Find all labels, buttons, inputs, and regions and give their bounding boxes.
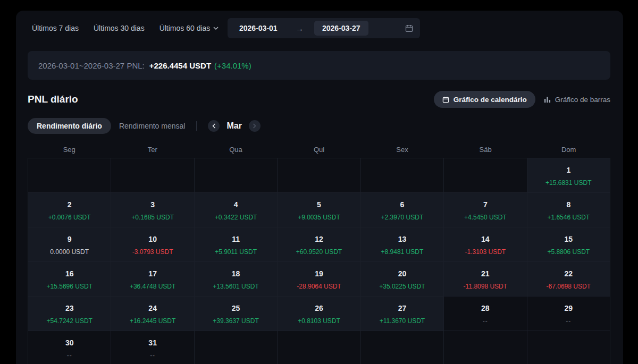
- filter-last-60-days-label: Últimos 60 dias: [160, 24, 211, 32]
- day-pnl-value: --: [444, 317, 526, 325]
- day-number: 31: [111, 338, 194, 347]
- calendar-day-cell[interactable]: 31--: [111, 331, 194, 364]
- day-number: 7: [444, 200, 526, 209]
- day-pnl-value: -3.0793 USDT: [111, 248, 194, 256]
- calendar-day-cell[interactable]: 6+2.3970 USDT: [361, 193, 444, 227]
- day-number: 30: [28, 338, 111, 347]
- calendar-empty-cell: [444, 158, 527, 193]
- calendar-day-cell[interactable]: 24+16.2445 USDT: [111, 297, 194, 331]
- summary-pnl-percent: (+34.01%): [214, 61, 251, 70]
- calendar-day-cell[interactable]: 3+0.1685 USDT: [111, 193, 194, 227]
- day-pnl-value: +13.5601 USDT: [195, 283, 277, 290]
- calendar-day-cell[interactable]: 1+15.6831 USDT: [527, 158, 610, 193]
- calendar-day-cell[interactable]: 22-67.0698 USDT: [527, 262, 610, 297]
- calendar-day-cell[interactable]: 10-3.0793 USDT: [111, 227, 194, 262]
- day-pnl-value: -1.3103 USDT: [444, 248, 526, 256]
- day-pnl-value: 0.0000 USDT: [28, 248, 111, 256]
- summary-range-label: 2026-03-01~2026-03-27 PNL:: [38, 61, 145, 70]
- calendar-day-cell[interactable]: 8+1.6546 USDT: [527, 193, 610, 227]
- chevron-down-icon: [213, 27, 219, 30]
- next-month-button[interactable]: [249, 120, 261, 132]
- filter-last-60-days[interactable]: Últimos 60 dias: [160, 24, 219, 32]
- calendar-day-cell[interactable]: 25+39.3637 USDT: [195, 297, 278, 331]
- day-pnl-value: -11.8098 USDT: [444, 283, 526, 290]
- day-pnl-value: +5.8806 USDT: [527, 248, 610, 256]
- section-header: PNL diário Gráfico de calendário Gráfico…: [28, 90, 610, 108]
- arrow-right-icon: →: [296, 24, 304, 33]
- filter-last-7-days[interactable]: Últimos 7 dias: [32, 24, 79, 32]
- date-filter-row: Últimos 7 dias Últimos 30 dias Últimos 6…: [32, 18, 219, 38]
- tabs-divider: [196, 121, 197, 131]
- date-start-value[interactable]: 2026-03-01: [239, 24, 290, 32]
- day-pnl-value: +9.0035 USDT: [278, 214, 360, 221]
- calendar-day-cell[interactable]: 21-11.8098 USDT: [444, 262, 527, 297]
- day-number: 28: [444, 304, 526, 312]
- weekday-label: Qui: [278, 142, 361, 157]
- day-number: 29: [527, 304, 610, 312]
- day-pnl-value: +15.5696 USDT: [28, 283, 111, 290]
- filter-last-30-days[interactable]: Últimos 30 dias: [94, 24, 145, 32]
- day-number: 2: [28, 200, 111, 209]
- calendar-day-cell[interactable]: 7+4.5450 USDT: [444, 193, 527, 227]
- day-number: 24: [111, 304, 194, 312]
- calendar-day-cell[interactable]: 29--: [527, 297, 610, 331]
- calendar-day-cell[interactable]: 23+54.7242 USDT: [28, 297, 111, 331]
- calendar-day-cell[interactable]: 26+0.8103 USDT: [278, 297, 360, 331]
- day-number: 23: [28, 304, 111, 312]
- day-pnl-value: +8.9481 USDT: [361, 248, 443, 256]
- calendar-empty-cell: [361, 158, 444, 193]
- day-pnl-value: --: [28, 352, 111, 359]
- calendar-day-cell[interactable]: 16+15.5696 USDT: [28, 262, 111, 297]
- day-number: 22: [527, 269, 610, 278]
- calendar-day-cell[interactable]: 4+0.3422 USDT: [195, 193, 278, 227]
- chevron-right-icon: [253, 123, 256, 129]
- calendar-day-cell[interactable]: 20+35.0225 USDT: [361, 262, 444, 297]
- calendar-empty-cell: [195, 331, 278, 364]
- day-number: 17: [111, 269, 194, 278]
- day-number: 4: [195, 200, 277, 209]
- bar-view-button[interactable]: Gráfico de barras: [544, 96, 610, 104]
- calendar-view-button[interactable]: Gráfico de calendário: [434, 91, 535, 108]
- calendar-empty-cell: [111, 158, 194, 193]
- day-number: 6: [361, 200, 443, 209]
- day-pnl-value: +5.9011 USDT: [195, 248, 277, 256]
- calendar-day-cell[interactable]: 28--: [444, 297, 527, 331]
- tab-monthly-return[interactable]: Rendimento mensal: [119, 122, 186, 130]
- calendar-day-cell[interactable]: 19-28.9064 USDT: [278, 262, 360, 297]
- calendar-day-cell[interactable]: 14-1.3103 USDT: [444, 227, 527, 262]
- calendar-empty-cell: [361, 331, 444, 364]
- calendar-day-cell[interactable]: 2+0.0076 USDT: [28, 193, 111, 227]
- calendar-icon: [442, 96, 449, 103]
- calendar-day-cell[interactable]: 13+8.9481 USDT: [361, 227, 444, 262]
- calendar-day-cell[interactable]: 15+5.8806 USDT: [527, 227, 610, 262]
- day-number: 10: [111, 235, 194, 243]
- calendar-day-cell[interactable]: 30--: [28, 331, 111, 364]
- day-pnl-value: +0.3422 USDT: [195, 214, 277, 221]
- day-number: 27: [361, 304, 443, 312]
- day-number: 12: [278, 235, 360, 243]
- calendar-empty-cell: [444, 331, 527, 364]
- tab-daily-return[interactable]: Rendimento diário: [28, 118, 111, 134]
- calendar-day-cell[interactable]: 12+60.9520 USDT: [278, 227, 360, 262]
- calendar-icon[interactable]: [405, 24, 413, 32]
- pnl-summary-bar: 2026-03-01~2026-03-27 PNL: +226.4454 USD…: [28, 51, 610, 80]
- day-number: 15: [527, 235, 610, 243]
- calendar-day-cell[interactable]: 27+11.3670 USDT: [361, 297, 444, 331]
- date-range-picker[interactable]: 2026-03-01 → 2026-03-27: [228, 18, 420, 38]
- tabs-row: Rendimento diário Rendimento mensal Mar: [28, 118, 261, 134]
- day-number: 14: [444, 235, 526, 243]
- day-number: 1: [527, 166, 610, 174]
- day-pnl-value: +35.0225 USDT: [361, 283, 443, 290]
- date-end-field[interactable]: 2026-03-27: [314, 21, 368, 36]
- calendar-day-cell[interactable]: 90.0000 USDT: [28, 227, 111, 262]
- calendar-day-cell[interactable]: 18+13.5601 USDT: [195, 262, 278, 297]
- calendar-day-cell[interactable]: 11+5.9011 USDT: [195, 227, 278, 262]
- day-number: 20: [361, 269, 443, 278]
- calendar-day-cell[interactable]: 5+9.0035 USDT: [278, 193, 360, 227]
- weekday-label: Sex: [360, 142, 444, 157]
- day-number: 13: [361, 235, 443, 243]
- day-pnl-value: +39.3637 USDT: [195, 317, 277, 325]
- calendar-day-cell[interactable]: 17+36.4748 USDT: [111, 262, 194, 297]
- prev-month-button[interactable]: [208, 120, 220, 132]
- day-pnl-value: +1.6546 USDT: [527, 214, 610, 221]
